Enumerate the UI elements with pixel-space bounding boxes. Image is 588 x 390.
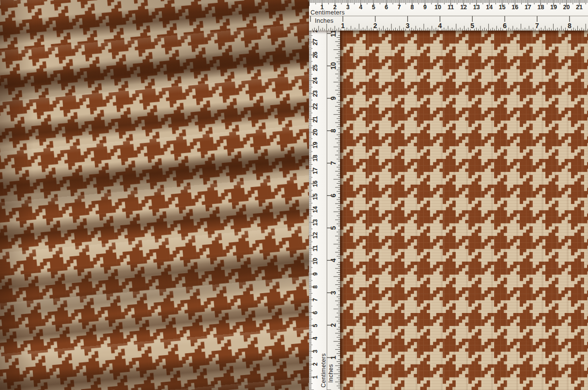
v-ruler-cm-number: 5 [312,324,319,327]
v-ruler-inches-label: Inches [327,364,334,383]
h-ruler-cm-number: 18 [537,4,544,11]
v-ruler-cm-number: 20 [312,129,319,136]
vertical-ruler-cm-inches: 1234567891011121314151617181920212223242… [309,31,340,390]
v-ruler-cm-number: 19 [312,142,319,149]
v-ruler-cm-number: 8 [312,285,319,289]
v-ruler-inch-number: 3 [329,291,337,295]
h-ruler-inches-label: Inches [315,17,334,24]
v-ruler-cm-number: 24 [312,78,319,84]
h-ruler-cm-number: 9 [423,4,427,11]
v-ruler-cm-number: 26 [312,51,319,58]
v-ruler-cm-number: 27 [312,39,319,46]
v-ruler-cm-number: 10 [312,258,319,265]
v-ruler-cm-number: 28 [312,31,319,32]
v-ruler-cm-number: 13 [312,219,319,226]
horizontal-ruler-cm-inches: 123456789101112131415161718192021Centime… [309,0,588,31]
h-ruler-cm-number: 19 [550,4,557,11]
v-ruler-cm-number: 7 [312,298,319,301]
v-ruler-inch-number: 11 [329,31,337,37]
h-ruler-inch-number: 7 [535,22,539,30]
v-ruler-cm-number: 6 [312,311,319,314]
h-ruler-cm-number: 12 [460,4,467,11]
v-ruler-cm-number: 18 [312,155,319,161]
v-ruler-cm-number: 1 [312,375,319,379]
h-ruler-centimeters-label: Centimeters [310,9,345,16]
weave-texture-overlay [340,31,588,390]
v-ruler-cm-number: 17 [312,168,319,174]
h-ruler-cm-number: 15 [499,4,506,11]
h-ruler-cm-number: 16 [511,4,518,11]
v-ruler-cm-number: 3 [312,350,319,353]
h-ruler-inch-number: 5 [470,22,474,30]
flat-fabric-swatch [340,31,588,390]
h-ruler-cm-number: 5 [372,4,375,11]
h-ruler-cm-number: 20 [563,4,570,11]
h-ruler-cm-number: 6 [385,4,388,11]
h-ruler-inch-number: 1 [341,22,345,30]
v-ruler-cm-number: 14 [312,206,319,213]
v-ruler-inch-number: 8 [329,129,337,133]
h-ruler-cm-number: 13 [473,4,480,11]
v-ruler-cm-number: 2 [312,362,319,366]
v-ruler-inch-number: 6 [329,193,337,197]
v-ruler-centimeters-label: Centimeters [320,353,327,388]
v-ruler-inch-number: 1 [329,356,337,359]
h-ruler-cm-number: 14 [486,4,493,11]
v-ruler-inch-number: 2 [329,323,337,327]
v-ruler-inch-number: 4 [329,258,337,262]
v-ruler-cm-number: 22 [312,103,319,110]
h-ruler-cm-number: 11 [448,4,454,11]
h-ruler-cm-number: 7 [398,4,401,11]
h-ruler-cm-number: 4 [359,4,362,11]
h-ruler-cm-number: 21 [576,4,583,11]
h-ruler-inch-number: 8 [568,22,572,30]
v-ruler-cm-number: 23 [312,90,319,97]
v-ruler-inch-number: 10 [329,62,337,70]
h-ruler-inch-number: 3 [406,22,410,30]
h-ruler-inch-number: 4 [438,22,442,30]
v-ruler-cm-number: 15 [312,193,319,200]
fabric-product-photo: 123456789101112131415161718192021Centime… [0,0,588,390]
v-ruler-inch-number: 7 [329,161,337,165]
v-ruler-cm-number: 9 [312,272,319,276]
h-ruler-cm-number: 3 [346,4,350,11]
v-ruler-inch-number: 9 [329,96,337,100]
v-ruler-cm-number: 12 [312,232,319,239]
v-ruler-cm-number: 16 [312,180,319,187]
v-ruler-cm-number: 21 [312,116,319,123]
h-ruler-cm-number: 17 [525,4,531,11]
h-ruler-inch-number: 6 [503,22,507,30]
h-ruler-cm-number: 10 [434,4,441,11]
h-ruler-inch-number: 2 [373,22,377,30]
draped-fabric-photo [0,0,309,390]
v-ruler-inch-number: 5 [329,226,337,230]
h-ruler-cm-number: 8 [410,4,414,11]
v-ruler-cm-number: 4 [312,337,319,340]
fabric-folds-shading [0,0,309,390]
v-ruler-cm-number: 11 [312,245,319,251]
v-ruler-cm-number: 25 [312,64,319,71]
